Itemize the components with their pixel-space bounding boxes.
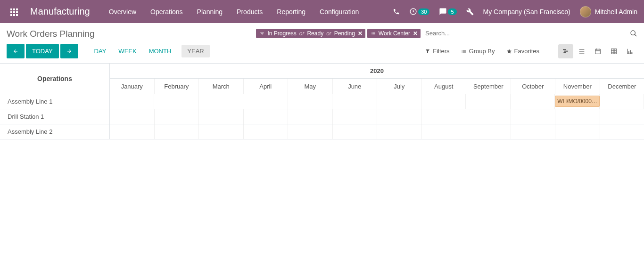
- month-col: July: [377, 79, 422, 94]
- month-col: June: [333, 79, 378, 94]
- graph-view-icon[interactable]: [622, 44, 637, 58]
- month-col: December: [600, 79, 644, 94]
- gantt-cell[interactable]: [333, 109, 378, 124]
- filters-button[interactable]: Filters: [425, 48, 449, 55]
- tools-icon[interactable]: [466, 8, 474, 16]
- facet-value: Work Center: [379, 30, 410, 37]
- gantt-cell[interactable]: [244, 109, 289, 124]
- gantt-cell[interactable]: [288, 124, 333, 139]
- range-year[interactable]: YEAR: [182, 45, 209, 57]
- favorites-button[interactable]: Favorites: [506, 48, 539, 55]
- gantt-cell[interactable]: [154, 94, 198, 109]
- gantt-cell[interactable]: [155, 124, 199, 139]
- gantt-cell[interactable]: [199, 124, 244, 139]
- groupby-label: Group By: [469, 48, 495, 55]
- year-header: 2020: [110, 64, 644, 79]
- gantt-task[interactable]: WH/MO/0000…: [555, 96, 599, 107]
- gantt-view: Operations 2020 January February March A…: [0, 63, 644, 139]
- pivot-view-icon[interactable]: [606, 44, 621, 58]
- brand-title[interactable]: Manufacturing: [30, 6, 90, 17]
- gantt-cell[interactable]: [421, 94, 466, 109]
- prev-button[interactable]: [7, 44, 25, 58]
- gantt-row: Assembly Line 2: [0, 124, 644, 139]
- gantt-cell[interactable]: [600, 124, 644, 139]
- remove-facet-icon[interactable]: ✕: [358, 30, 363, 37]
- gantt-cell[interactable]: [555, 109, 600, 124]
- month-col: October: [511, 79, 556, 94]
- search-input[interactable]: [422, 28, 545, 39]
- svg-point-1: [631, 31, 635, 35]
- groupby-button[interactable]: Group By: [461, 48, 495, 55]
- svg-rect-18: [630, 50, 631, 54]
- gantt-cell[interactable]: [511, 109, 556, 124]
- remove-facet-icon[interactable]: ✕: [413, 30, 418, 37]
- gantt-cell[interactable]: [110, 109, 155, 124]
- gantt-cell[interactable]: [466, 109, 511, 124]
- gantt-cell[interactable]: [333, 124, 378, 139]
- menu-overview[interactable]: Overview: [109, 8, 136, 16]
- range-week[interactable]: WEEK: [116, 45, 138, 57]
- gantt-cell[interactable]: [110, 124, 155, 139]
- groupby-facet-workcenter[interactable]: Work Center ✕: [367, 29, 421, 38]
- gantt-cell[interactable]: [243, 94, 288, 109]
- main-menu: Overview Operations Planning Products Re…: [109, 8, 359, 16]
- gantt-cell[interactable]: [422, 109, 467, 124]
- range-day[interactable]: DAY: [92, 45, 108, 57]
- range-month[interactable]: MONTH: [147, 45, 173, 57]
- svg-rect-4: [563, 52, 566, 53]
- svg-rect-12: [611, 49, 617, 54]
- gantt-cell[interactable]: [511, 124, 556, 139]
- gantt-view-icon[interactable]: [558, 44, 573, 58]
- row-label[interactable]: Drill Station 1: [0, 109, 110, 124]
- filter-facet-status[interactable]: In Progress or Ready or Pending ✕: [256, 29, 365, 38]
- messages-icon[interactable]: 5: [439, 8, 456, 16]
- apps-icon[interactable]: [7, 4, 23, 20]
- search-icon[interactable]: [630, 30, 637, 37]
- activity-icon[interactable]: 30: [409, 8, 429, 16]
- gantt-cell[interactable]: [110, 94, 154, 109]
- menu-configuration[interactable]: Configuration: [320, 8, 359, 16]
- gantt-cell[interactable]: [600, 94, 644, 109]
- row-label[interactable]: Assembly Line 2: [0, 124, 110, 139]
- gantt-cell[interactable]: [466, 124, 511, 139]
- gantt-cell[interactable]: [600, 109, 644, 124]
- gantt-cell[interactable]: [466, 94, 510, 109]
- avatar-icon: [580, 6, 591, 17]
- gantt-cell[interactable]: [199, 109, 244, 124]
- gantt-cell[interactable]: [155, 109, 199, 124]
- months-header: January February March April May June Ju…: [110, 79, 644, 94]
- systray: 30 5 My Company (San Francisco) Mitchell…: [393, 6, 637, 17]
- today-button[interactable]: TODAY: [26, 44, 59, 58]
- gantt-cell[interactable]: [377, 94, 421, 109]
- next-button[interactable]: [60, 44, 78, 58]
- menu-products[interactable]: Products: [237, 8, 263, 16]
- gantt-cell[interactable]: [377, 124, 422, 139]
- gantt-cell[interactable]: [555, 124, 600, 139]
- gantt-cell[interactable]: [332, 94, 377, 109]
- user-menu[interactable]: Mitchell Admin: [580, 6, 637, 17]
- gantt-cell[interactable]: [511, 94, 555, 109]
- buttons-row: TODAY DAY WEEK MONTH YEAR Filters Group …: [0, 39, 644, 63]
- menu-planning[interactable]: Planning: [197, 8, 223, 16]
- calendar-view-icon[interactable]: [590, 44, 605, 58]
- month-col: January: [110, 79, 155, 94]
- username: Mitchell Admin: [595, 8, 637, 16]
- gantt-cell[interactable]: [244, 124, 289, 139]
- operations-header: Operations: [0, 64, 109, 94]
- month-col: September: [466, 79, 511, 94]
- phone-icon[interactable]: [393, 8, 400, 15]
- gantt-cell[interactable]: [422, 124, 467, 139]
- svg-rect-3: [564, 50, 568, 51]
- company-selector[interactable]: My Company (San Francisco): [483, 8, 570, 16]
- list-view-icon[interactable]: [574, 44, 589, 58]
- menu-operations[interactable]: Operations: [150, 8, 182, 16]
- menu-reporting[interactable]: Reporting: [277, 8, 305, 16]
- row-label[interactable]: Assembly Line 1: [0, 94, 110, 109]
- gantt-cell[interactable]: [199, 94, 243, 109]
- gantt-cell[interactable]: [288, 94, 332, 109]
- gantt-cell[interactable]: [288, 109, 333, 124]
- favorites-label: Favorites: [514, 48, 539, 55]
- facet-value: Ready: [307, 30, 323, 37]
- gantt-cell[interactable]: [377, 109, 422, 124]
- facet-value: Pending: [334, 30, 355, 37]
